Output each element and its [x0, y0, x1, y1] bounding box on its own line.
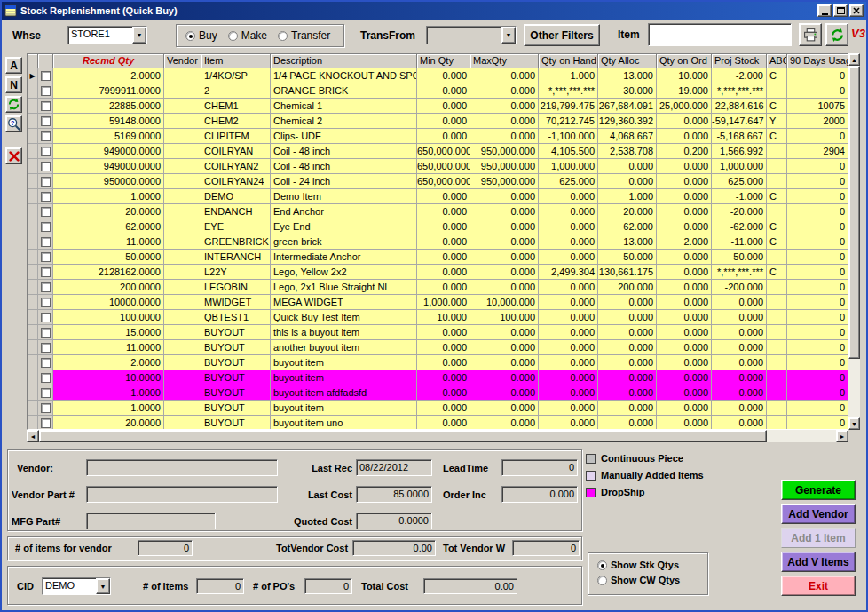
- row-checkbox-cell[interactable]: [38, 234, 53, 250]
- scroll-down-button[interactable]: ▼: [848, 417, 860, 430]
- row-checkbox[interactable]: [41, 418, 51, 428]
- cell-proj-stock[interactable]: 0.000: [712, 310, 767, 325]
- cell-recmd-qty[interactable]: 100.0000: [53, 310, 164, 325]
- cell-recmd-qty[interactable]: 62.0000: [53, 219, 164, 234]
- cell-proj-stock[interactable]: -62.000: [712, 219, 767, 234]
- cell-qty-on-ord[interactable]: 0.000: [657, 174, 712, 189]
- cell-item[interactable]: EYE: [201, 219, 271, 234]
- cell-qty-on-hand[interactable]: 0.000: [539, 355, 598, 370]
- cell-recmd-qty[interactable]: 50.0000: [53, 250, 164, 265]
- cell-qty-on-hand[interactable]: 0.000: [539, 280, 598, 295]
- cell-qty-alloc[interactable]: 0.000: [598, 159, 657, 174]
- cell-vendor[interactable]: [164, 370, 201, 385]
- cell-vendor[interactable]: [164, 355, 201, 370]
- cell-90-days-usage[interactable]: 0: [787, 204, 848, 219]
- cell-recmd-qty[interactable]: 20.0000: [53, 204, 164, 219]
- cell-min-qty[interactable]: 0.000: [417, 99, 470, 114]
- cell-qty-on-hand[interactable]: 1,000.000: [539, 159, 598, 174]
- cell-abc[interactable]: C: [767, 265, 787, 280]
- cell-max-qty[interactable]: 0.000: [470, 234, 539, 250]
- row-checkbox-cell[interactable]: [38, 416, 53, 430]
- cell-proj-stock[interactable]: 0.000: [712, 325, 767, 340]
- cell-recmd-qty[interactable]: 949000.0000: [53, 159, 164, 174]
- column-header-min-qty[interactable]: Min Qty: [417, 54, 470, 68]
- row-marker[interactable]: [28, 99, 38, 114]
- cell-description[interactable]: End Anchor: [271, 204, 417, 219]
- cell-proj-stock[interactable]: 625.000: [712, 174, 767, 189]
- column-header-90-days-usage[interactable]: 90 Days Usage: [787, 54, 848, 68]
- cell-description[interactable]: Intermediate Anchor: [271, 250, 417, 265]
- cell-min-qty[interactable]: 650,000.000: [417, 174, 470, 189]
- cell-description[interactable]: buyout item uno: [271, 416, 417, 430]
- cell-abc[interactable]: C: [767, 129, 787, 144]
- cell-recmd-qty[interactable]: 2.0000: [53, 355, 164, 370]
- cell-proj-stock[interactable]: *,***,***.***: [712, 83, 767, 99]
- row-checkbox[interactable]: [41, 192, 51, 202]
- cell-description[interactable]: this is a buyout item: [271, 325, 417, 340]
- cell-item[interactable]: INTERANCH: [201, 250, 271, 265]
- row-checkbox[interactable]: [41, 147, 51, 156]
- cell-qty-alloc[interactable]: 0.000: [598, 401, 657, 416]
- row-marker[interactable]: [28, 310, 38, 325]
- cell-qty-on-hand[interactable]: 0.000: [539, 370, 598, 385]
- cell-qty-on-hand[interactable]: 0.000: [539, 416, 598, 430]
- delete-button[interactable]: [5, 147, 22, 164]
- cell-recmd-qty[interactable]: 22885.0000: [53, 99, 164, 114]
- cell-max-qty[interactable]: 0.000: [470, 99, 539, 114]
- cell-item[interactable]: 1/4KO/SP: [201, 68, 271, 83]
- cell-qty-on-hand[interactable]: 0.000: [539, 325, 598, 340]
- row-marker[interactable]: [28, 250, 38, 265]
- cell-item[interactable]: COILRYAN24: [201, 174, 271, 189]
- cell-vendor[interactable]: [164, 265, 201, 280]
- cell-item[interactable]: BUYOUT: [201, 355, 271, 370]
- cell-90-days-usage[interactable]: 0: [787, 219, 848, 234]
- cell-vendor[interactable]: [164, 250, 201, 265]
- cell-abc[interactable]: [767, 174, 787, 189]
- cell-recmd-qty[interactable]: 11.0000: [53, 234, 164, 250]
- cell-qty-on-ord[interactable]: 0.000: [657, 265, 712, 280]
- scroll-up-button[interactable]: ▲: [848, 53, 860, 66]
- cid-combobox[interactable]: DEMO ▼: [42, 577, 111, 595]
- cell-min-qty[interactable]: 0.000: [417, 114, 470, 129]
- cell-qty-on-ord[interactable]: 0.000: [657, 189, 712, 204]
- column-header-qty-alloc[interactable]: Qty Alloc: [598, 54, 657, 68]
- row-checkbox-cell[interactable]: [38, 68, 53, 83]
- row-checkbox-cell[interactable]: [38, 219, 53, 234]
- cell-item[interactable]: CHEM1: [201, 99, 271, 114]
- cell-qty-alloc[interactable]: 0.000: [598, 355, 657, 370]
- row-checkbox-cell[interactable]: [38, 295, 53, 310]
- cell-min-qty[interactable]: 0.000: [417, 204, 470, 219]
- cell-abc[interactable]: [767, 204, 787, 219]
- cell-abc[interactable]: [767, 83, 787, 99]
- row-checkbox-cell[interactable]: [38, 310, 53, 325]
- cell-min-qty[interactable]: 0.000: [417, 340, 470, 355]
- exit-button[interactable]: Exit: [781, 576, 856, 596]
- cell-description[interactable]: buyout item afdfadsfd: [271, 385, 417, 401]
- column-header-item[interactable]: Item: [201, 54, 271, 68]
- cell-max-qty[interactable]: 0.000: [470, 280, 539, 295]
- cell-vendor[interactable]: [164, 99, 201, 114]
- cell-min-qty[interactable]: 0.000: [417, 416, 470, 430]
- cell-item[interactable]: CHEM2: [201, 114, 271, 129]
- cell-90-days-usage[interactable]: 0: [787, 83, 848, 99]
- cell-vendor[interactable]: [164, 144, 201, 159]
- cell-recmd-qty[interactable]: 2128162.0000: [53, 265, 164, 280]
- cell-proj-stock[interactable]: 0.000: [712, 340, 767, 355]
- cell-qty-on-hand[interactable]: 0.000: [539, 295, 598, 310]
- cell-item[interactable]: CLIPITEM: [201, 129, 271, 144]
- cell-min-qty[interactable]: 0.000: [417, 265, 470, 280]
- row-checkbox[interactable]: [41, 71, 51, 81]
- radio-make[interactable]: Make: [228, 29, 267, 42]
- cell-qty-on-ord[interactable]: 0.000: [657, 159, 712, 174]
- row-marker[interactable]: [28, 83, 38, 99]
- cell-min-qty[interactable]: 650,000.000: [417, 144, 470, 159]
- cell-qty-on-hand[interactable]: *,***,***.***: [539, 83, 598, 99]
- row-checkbox-cell[interactable]: [38, 204, 53, 219]
- cell-qty-alloc[interactable]: 0.000: [598, 295, 657, 310]
- cell-90-days-usage[interactable]: 0: [787, 340, 848, 355]
- cell-min-qty[interactable]: 0.000: [417, 234, 470, 250]
- cell-vendor[interactable]: [164, 114, 201, 129]
- cell-max-qty[interactable]: 0.000: [470, 385, 539, 401]
- cell-proj-stock[interactable]: 0.000: [712, 385, 767, 401]
- cell-vendor[interactable]: [164, 189, 201, 204]
